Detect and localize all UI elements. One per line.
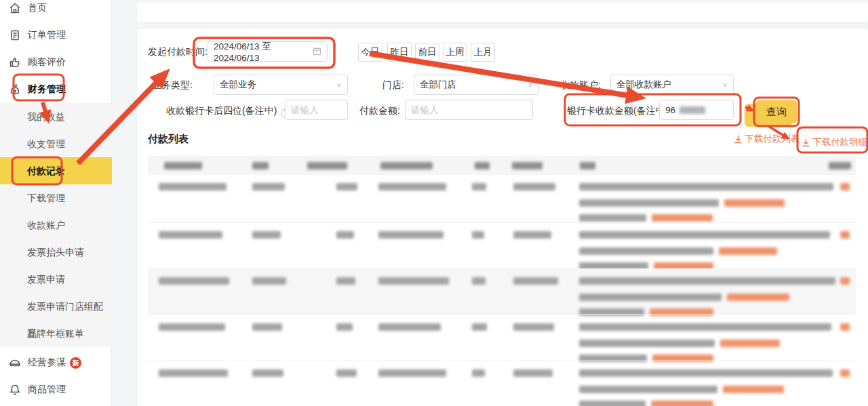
card-last4-field[interactable]: [291, 105, 342, 115]
home-icon: [9, 2, 21, 14]
table-cell-redacted: [513, 369, 553, 377]
sub-item-label: 品牌年框账单: [27, 328, 84, 339]
sidebar-item-label: 订单管理: [28, 29, 66, 41]
payment-records-page: 首页 订单管理 顾客评价 财务管理 我的收益 收支管理 付款记录 下载管理 收款…: [0, 0, 868, 406]
remark-link-redacted[interactable]: [719, 247, 777, 255]
table-cell-redacted: [378, 231, 443, 239]
row-action-link-redacted[interactable]: [840, 277, 850, 285]
account-select[interactable]: 全部收款账户 ∨: [610, 75, 734, 95]
sidebar-item-reviews[interactable]: 顾客评价: [0, 49, 112, 76]
table-cell-redacted: [472, 277, 486, 285]
quick-range-yesterday-button[interactable]: 昨日: [387, 43, 412, 62]
table-header-cell-redacted: [307, 162, 347, 169]
remark-text-redacted: [579, 386, 717, 393]
store-select[interactable]: 全部门店 ∨: [414, 75, 539, 95]
sidebar-item-label: 经营参谋: [28, 357, 66, 369]
business-type-select[interactable]: 全部业务 ∨: [214, 75, 348, 95]
table-cell-redacted: [252, 323, 282, 331]
remark-link-redacted[interactable]: [720, 340, 780, 347]
sub-item-label: 发票申请: [27, 274, 65, 285]
remark-text-redacted: [579, 199, 719, 207]
sidebar-item-advisor[interactable]: 经营参谋 新: [0, 349, 112, 376]
sidebar-item-orders[interactable]: 订单管理: [0, 22, 112, 49]
store-label: 门店:: [382, 79, 404, 92]
order-icon: [9, 29, 21, 41]
table-header-cell-redacted: [380, 162, 433, 169]
chevron-down-icon: ∨: [336, 81, 342, 88]
card-last4-input[interactable]: [285, 100, 348, 120]
sidebar-item-label: 首页: [28, 2, 47, 14]
table-cell-redacted: [336, 183, 357, 190]
row-action-link-redacted[interactable]: [840, 231, 850, 239]
amount-input[interactable]: [405, 100, 533, 120]
download-link-label: 下载付款明细: [812, 136, 867, 148]
remark-link-redacted[interactable]: [652, 214, 713, 222]
table-cell-redacted: [378, 183, 446, 190]
sub-item-label: 付款记录: [27, 165, 65, 176]
remark-text-redacted: [579, 214, 646, 222]
remark-link-redacted[interactable]: [723, 386, 784, 393]
table-cell-redacted: [159, 183, 226, 190]
sidebar-item-download-mgmt[interactable]: 下载管理: [0, 184, 112, 211]
table-cell-redacted: [336, 369, 357, 377]
table-header-cell-redacted: [475, 162, 490, 169]
table-cell-redacted: [252, 183, 285, 190]
card-last4-label: 收款银行卡后四位(备注中) ?:: [166, 105, 294, 118]
sidebar-item-finance[interactable]: 财务管理: [0, 76, 112, 103]
remark-text-redacted: [579, 323, 831, 331]
table-cell-redacted: [159, 323, 225, 331]
table-cell-redacted: [513, 323, 554, 331]
date-range-label: 发起付款时间:: [148, 46, 208, 58]
date-range-value: 2024/06/13 至 2024/06/13: [214, 41, 313, 63]
table-cell-redacted: [472, 231, 484, 239]
remark-text-redacted: [579, 401, 646, 406]
bank-amount-input[interactable]: 96: [659, 100, 734, 120]
remark-link-redacted[interactable]: [727, 293, 789, 301]
row-action-link-redacted[interactable]: [840, 183, 850, 190]
account-value: 全部收款账户: [616, 79, 671, 91]
row-action-link-redacted[interactable]: [840, 369, 850, 377]
remark-text-redacted: [579, 293, 722, 301]
download-payment-detail-link[interactable]: 下载付款明细: [802, 136, 867, 148]
remark-link-redacted[interactable]: [724, 199, 785, 207]
business-type-label: 业务类型:: [152, 79, 193, 92]
sidebar-item-payment-records[interactable]: 付款记录: [0, 157, 112, 184]
finance-submenu: 我的收益 收支管理 付款记录 下载管理 收款账户 发票抬头申请 发票申请 发票申…: [0, 103, 112, 347]
table-cell-redacted: [513, 277, 558, 285]
sub-item-label: 我的收益: [27, 111, 65, 122]
sidebar-item-receive-account[interactable]: 收款账户: [0, 211, 112, 239]
row-action-link-redacted[interactable]: [840, 323, 850, 331]
quick-range-lastmonth-button[interactable]: 上月: [471, 43, 495, 62]
sidebar-item-label: 商品管理: [28, 384, 66, 396]
download-payment-list-link[interactable]: 下载付款列表: [734, 133, 800, 145]
quick-range-lastweek-button[interactable]: 上周: [443, 43, 467, 62]
table-cell-redacted: [159, 369, 228, 377]
remark-link-redacted[interactable]: [651, 401, 713, 406]
sidebar-item-products[interactable]: 商品管理: [0, 376, 112, 403]
table-title: 付款列表: [148, 133, 189, 146]
amount-field[interactable]: [411, 105, 527, 115]
remark-text-redacted: [579, 277, 835, 285]
advisor-icon: [9, 357, 21, 369]
date-range-input[interactable]: 2024/06/13 至 2024/06/13: [208, 41, 328, 62]
table-cell-redacted: [378, 369, 446, 377]
query-button[interactable]: 查询: [756, 100, 797, 123]
thumbs-up-icon: [9, 56, 21, 68]
table-cell-redacted: [252, 231, 281, 239]
sidebar-item-invoice-apply[interactable]: 发票申请: [0, 266, 112, 293]
sidebar-item-invoice-title[interactable]: 发票抬头申请: [0, 239, 112, 266]
table-cell-redacted: [513, 183, 555, 190]
remark-text-redacted: [579, 369, 833, 377]
sub-item-label: 收支管理: [27, 138, 65, 149]
quick-range-daybefore-button[interactable]: 前日: [415, 43, 439, 62]
sidebar-item-invoice-storegroup[interactable]: 发票申请门店组配置: [0, 293, 112, 320]
sidebar-item-home[interactable]: 首页: [0, 0, 112, 22]
table-cell-redacted: [378, 277, 449, 285]
sub-item-label: 发票抬头申请: [27, 247, 84, 258]
sidebar-item-brand-bill[interactable]: 品牌年框账单: [0, 320, 112, 347]
bank-amount-value: 96: [665, 105, 675, 115]
calendar-icon[interactable]: [313, 47, 321, 56]
quick-range-today-button[interactable]: 今日: [358, 43, 382, 62]
sidebar-item-my-earnings[interactable]: 我的收益: [0, 103, 112, 130]
sidebar-item-income-expense[interactable]: 收支管理: [0, 130, 112, 157]
